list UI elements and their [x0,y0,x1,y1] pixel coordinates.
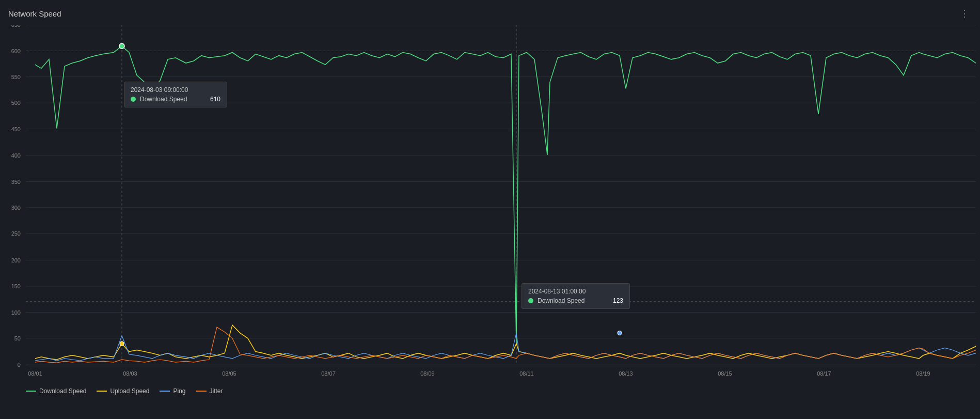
svg-text:08/05: 08/05 [222,370,236,377]
svg-text:250: 250 [11,230,21,237]
legend-ping: Ping [160,387,185,395]
svg-text:150: 150 [11,283,21,289]
svg-text:100: 100 [11,309,21,315]
legend-upload: Upload Speed [97,387,149,395]
legend-jitter-label: Jitter [210,387,223,395]
svg-text:500: 500 [11,100,21,106]
svg-text:08/09: 08/09 [420,370,434,377]
legend-ping-label: Ping [173,387,185,395]
menu-button[interactable]: ⋮ [957,6,972,21]
ping-line [35,333,976,361]
network-speed-chart: Network Speed ⋮ [0,0,980,419]
svg-text:550: 550 [11,74,21,80]
legend-download-label: Download Speed [39,387,86,395]
svg-text:08/11: 08/11 [519,370,533,377]
chart-svg: 650 600 550 500 450 400 350 300 250 200 … [0,25,980,397]
legend-jitter-line [196,391,207,392]
chart-title: Network Speed [8,9,61,18]
chart-header: Network Speed ⋮ [0,6,980,25]
svg-text:08/03: 08/03 [123,370,137,377]
svg-text:08/13: 08/13 [619,370,633,377]
upload-speed-line [35,325,976,360]
legend-download-line [26,391,36,392]
svg-text:650: 650 [11,25,21,28]
svg-text:200: 200 [11,257,21,263]
svg-text:08/17: 08/17 [817,370,831,377]
tooltip2-marker [617,299,622,304]
legend-download: Download Speed [26,387,86,395]
svg-text:600: 600 [11,48,21,54]
legend-upload-label: Upload Speed [110,387,149,395]
svg-text:350: 350 [11,178,21,184]
svg-text:300: 300 [11,205,21,211]
download-speed-line [35,46,976,344]
svg-text:08/01: 08/01 [28,370,42,377]
svg-text:450: 450 [11,126,21,132]
chart-area: 650 600 550 500 450 400 350 300 250 200 … [0,25,980,397]
svg-text:50: 50 [14,335,21,342]
svg-rect-0 [26,25,976,365]
svg-text:400: 400 [11,152,21,159]
upload-marker1 [120,342,124,346]
svg-text:0: 0 [18,362,21,368]
legend-ping-line [160,391,170,392]
ping-marker [618,331,622,335]
svg-text:08/15: 08/15 [718,370,732,377]
legend-upload-line [97,391,107,392]
chart-legend: Download Speed Upload Speed Ping Jitter [26,387,223,397]
tooltip1-marker [119,43,124,49]
svg-text:08/19: 08/19 [916,370,930,377]
legend-jitter: Jitter [196,387,223,395]
svg-text:08/07: 08/07 [321,370,335,377]
